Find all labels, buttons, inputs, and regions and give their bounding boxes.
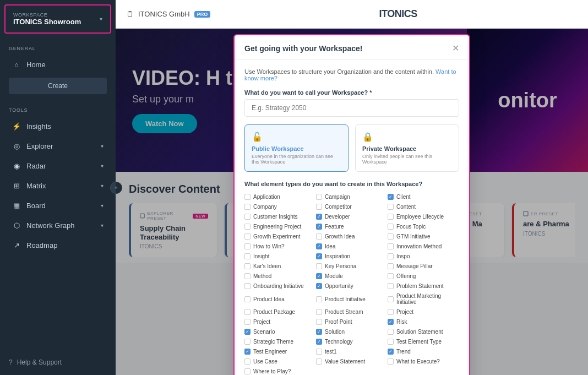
element-checkbox[interactable] — [244, 319, 251, 325]
element-item[interactable]: Competitor — [316, 203, 388, 211]
sidebar-item-matrix[interactable]: ⊞ Matrix ▾ — [3, 176, 112, 195]
private-workspace-option[interactable]: 🔒 Private Workspace Only invited people … — [355, 124, 459, 172]
element-checkbox[interactable] — [244, 214, 251, 220]
element-checkbox[interactable] — [388, 309, 394, 315]
element-item[interactable]: Value Statement — [316, 357, 388, 366]
element-item[interactable]: Test Element Type — [388, 338, 459, 346]
element-checkbox[interactable] — [316, 358, 322, 365]
element-checkbox[interactable] — [244, 224, 251, 230]
element-item[interactable]: Employee Lifecycle — [388, 213, 459, 221]
element-checkbox[interactable] — [388, 273, 394, 279]
modal-close-button[interactable]: ✕ — [452, 43, 459, 53]
element-checkbox[interactable]: ✓ — [316, 253, 322, 259]
element-checkbox[interactable]: ✓ — [316, 329, 322, 335]
element-item[interactable]: Strategic Theme — [244, 338, 316, 346]
element-checkbox[interactable] — [388, 358, 394, 365]
element-item[interactable]: Campaign — [316, 193, 388, 201]
element-checkbox[interactable] — [244, 358, 251, 365]
element-checkbox[interactable]: ✓ — [244, 349, 251, 355]
element-item[interactable]: Product Idea — [244, 292, 316, 306]
element-item[interactable]: Proof Point — [316, 318, 388, 326]
element-item[interactable]: Project — [388, 308, 459, 316]
element-item[interactable]: Solution Statement — [388, 328, 459, 336]
sidebar-item-board[interactable]: ▦ Board ▾ — [3, 196, 112, 215]
element-checkbox[interactable]: ✓ — [244, 329, 251, 335]
element-checkbox[interactable] — [388, 283, 394, 289]
element-item[interactable]: Message Pillar — [388, 262, 459, 270]
sidebar-item-radar[interactable]: ◉ Radar ▾ — [3, 156, 112, 175]
element-item[interactable]: ✓Technology — [316, 338, 388, 346]
element-item[interactable]: Engineering Project — [244, 222, 316, 231]
workspace-switcher[interactable]: WORKSPACE ITONICS Showroom ▾ — [4, 4, 111, 34]
element-checkbox[interactable] — [316, 309, 322, 315]
element-checkbox[interactable] — [316, 319, 322, 325]
element-item[interactable]: Product Stream — [316, 308, 388, 316]
element-checkbox[interactable] — [388, 214, 394, 220]
element-item[interactable]: Kar's Ideen — [244, 262, 316, 270]
element-checkbox[interactable] — [316, 204, 322, 210]
element-item[interactable]: Growth Idea — [316, 232, 388, 241]
element-item[interactable]: Content — [388, 203, 459, 211]
public-workspace-option[interactable]: 🔓 Public Workspace Everyone in the organ… — [244, 124, 349, 172]
element-item[interactable]: ✓Trend — [388, 347, 459, 356]
element-item[interactable]: How to Win? — [244, 242, 316, 251]
element-checkbox[interactable]: ✓ — [388, 319, 394, 325]
element-item[interactable]: ✓Test Engineer — [244, 347, 316, 356]
element-checkbox[interactable]: ✓ — [316, 339, 322, 345]
element-item[interactable]: ✓Opportunity — [316, 282, 388, 290]
element-item[interactable]: Project — [244, 318, 316, 326]
element-item[interactable]: Key Persona — [316, 262, 388, 270]
element-checkbox[interactable] — [244, 296, 251, 302]
element-item[interactable]: Inspo — [388, 252, 459, 260]
element-checkbox[interactable] — [244, 368, 251, 374]
element-item[interactable]: Innovation Method — [388, 242, 459, 251]
element-checkbox[interactable] — [316, 263, 322, 269]
element-item[interactable]: Company — [244, 203, 316, 211]
element-item[interactable]: ✓Scenario — [244, 328, 316, 336]
sidebar-item-network-graph[interactable]: ⬡ Network Graph ▾ — [3, 216, 112, 235]
element-checkbox[interactable] — [388, 339, 394, 345]
element-item[interactable]: Onboarding Initiative — [244, 282, 316, 290]
element-item[interactable]: test1 — [316, 347, 388, 356]
element-checkbox[interactable] — [316, 194, 322, 200]
element-checkbox[interactable] — [244, 243, 251, 249]
element-checkbox[interactable] — [388, 253, 394, 259]
element-item[interactable]: Focus Topic — [388, 222, 459, 231]
element-checkbox[interactable] — [244, 283, 251, 289]
element-checkbox[interactable] — [388, 204, 394, 210]
element-checkbox[interactable] — [316, 296, 322, 302]
element-checkbox[interactable] — [388, 329, 394, 335]
element-item[interactable]: Problem Statement — [388, 282, 459, 290]
sidebar-item-home[interactable]: ⌂ Home — [3, 55, 112, 74]
element-checkbox[interactable] — [316, 233, 322, 240]
element-item[interactable]: Insight — [244, 252, 316, 260]
element-checkbox[interactable] — [388, 296, 394, 302]
element-item[interactable]: ✓Feature — [316, 222, 388, 231]
element-checkbox[interactable]: ✓ — [316, 283, 322, 289]
element-item[interactable]: Product Initiative — [316, 292, 388, 306]
element-item[interactable]: ✓Solution — [316, 328, 388, 336]
element-item[interactable]: Product Package — [244, 308, 316, 316]
element-checkbox[interactable]: ✓ — [316, 273, 322, 279]
element-checkbox[interactable]: ✓ — [316, 224, 322, 230]
help-support[interactable]: ? Help & Support — [0, 353, 116, 375]
element-item[interactable]: Product Marketing Initiative — [388, 292, 459, 306]
element-checkbox[interactable] — [244, 309, 251, 315]
element-checkbox[interactable] — [244, 204, 251, 210]
element-item[interactable]: ✓Module — [316, 272, 388, 280]
element-checkbox[interactable] — [244, 263, 251, 269]
element-checkbox[interactable]: ✓ — [316, 243, 322, 249]
element-item[interactable]: ✓Inspiration — [316, 252, 388, 260]
element-checkbox[interactable] — [388, 263, 394, 269]
element-item[interactable]: ✓Risk — [388, 318, 459, 326]
element-item[interactable]: Use Case — [244, 357, 316, 366]
element-checkbox[interactable] — [316, 349, 322, 355]
element-checkbox[interactable] — [244, 253, 251, 259]
element-checkbox[interactable] — [388, 233, 394, 240]
element-checkbox[interactable] — [244, 194, 251, 200]
element-item[interactable]: ✓Idea — [316, 242, 388, 251]
element-item[interactable]: Customer Insights — [244, 213, 316, 221]
element-item[interactable]: Where to Play? — [244, 367, 316, 375]
element-item[interactable]: GTM Initiative — [388, 232, 459, 241]
workspace-name-input[interactable] — [244, 99, 459, 117]
